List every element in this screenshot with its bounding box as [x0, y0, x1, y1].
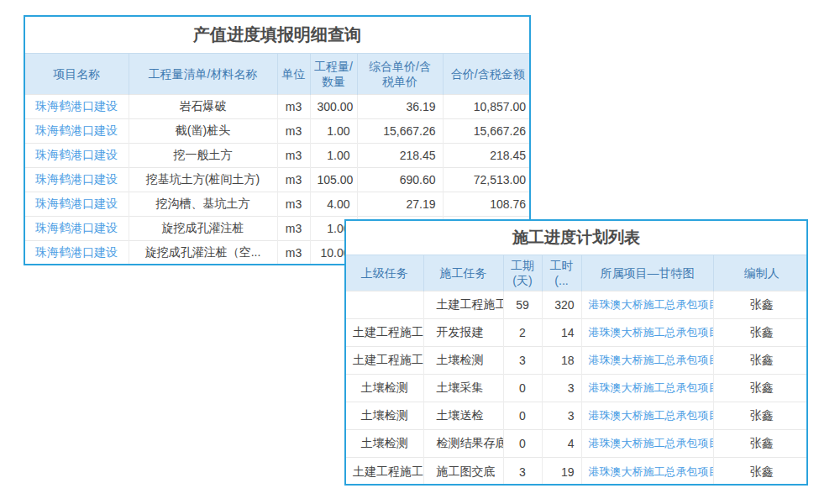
- construction-task-cell: 土壤送检: [423, 402, 503, 430]
- author-cell: 张鑫: [713, 458, 808, 486]
- project-gantt-cell: 港珠澳大桥施工总承包项目: [581, 402, 713, 430]
- unit-cell: m3: [277, 95, 310, 119]
- project-link[interactable]: 珠海鹤港口建设: [35, 148, 118, 161]
- work-hours-cell: 320: [542, 291, 581, 319]
- unit-cell: m3: [277, 241, 310, 265]
- total-amount-cell: 10,857.00: [443, 95, 531, 119]
- unit-cell: m3: [277, 192, 310, 217]
- unit-cell: m3: [277, 119, 310, 144]
- col-header-unit-price: 综合单价/含 税单价: [357, 54, 443, 95]
- project-gantt-link[interactable]: 港珠澳大桥施工总承包项目: [589, 326, 714, 339]
- table-row: 土壤检测 检测结果存底 0 4 港珠澳大桥施工总承包项目 张鑫: [346, 430, 808, 458]
- quantity-cell: 4.00: [310, 192, 357, 217]
- project-name-cell: 珠海鹤港口建设: [25, 95, 129, 119]
- material-name-cell: 挖沟槽、基坑土方: [129, 192, 277, 217]
- author-cell: 张鑫: [713, 375, 808, 402]
- material-name-cell: 挖一般土方: [129, 144, 277, 168]
- total-amount-cell: 72,513.00: [443, 168, 531, 192]
- quantity-cell: 1.00: [310, 119, 357, 144]
- construction-task-cell: 开发报建: [423, 319, 503, 347]
- project-gantt-link[interactable]: 港珠澳大桥施工总承包项目: [589, 437, 714, 449]
- col-header-total-amount: 合价/含税金额: [443, 54, 531, 95]
- output-value-header-row: 项目名称 工程量清单/材料名称 单位 工程量/ 数量 综合单价/含 税单价 合价…: [25, 54, 531, 95]
- table-row: 珠海鹤港口建设 岩石爆破 m3 300.00 36.19 10,857.00: [25, 95, 531, 119]
- project-gantt-cell: 港珠澳大桥施工总承包项目: [581, 319, 713, 347]
- material-name-cell: 挖基坑土方(桩间土方): [129, 168, 277, 192]
- duration-cell: 2: [503, 319, 542, 347]
- construction-task-cell: 土建工程施工: [423, 291, 503, 319]
- work-hours-cell: 14: [542, 319, 581, 347]
- duration-cell: 59: [503, 291, 542, 319]
- project-gantt-cell: 港珠澳大桥施工总承包项目: [581, 430, 713, 458]
- work-hours-cell: 3: [542, 402, 581, 430]
- parent-task-cell: [346, 291, 423, 319]
- author-cell: 张鑫: [713, 430, 808, 458]
- author-cell: 张鑫: [713, 291, 808, 319]
- parent-task-cell: 土壤检测: [346, 430, 423, 458]
- project-link[interactable]: 珠海鹤港口建设: [35, 245, 118, 259]
- table-row: 土建工程施工 施工图交底 3 19 港珠澳大桥施工总承包项目 张鑫: [346, 458, 808, 486]
- material-name-cell: 岩石爆破: [129, 95, 277, 119]
- project-name-cell: 珠海鹤港口建设: [25, 119, 129, 144]
- col-header-author: 编制人: [713, 255, 808, 291]
- quantity-cell: 300.00: [310, 95, 357, 119]
- project-name-cell: 珠海鹤港口建设: [25, 144, 129, 168]
- total-amount-cell: 218.45: [443, 144, 531, 168]
- col-header-duration-days: 工期 (天): [503, 255, 542, 291]
- project-link[interactable]: 珠海鹤港口建设: [35, 197, 118, 210]
- project-link[interactable]: 珠海鹤港口建设: [35, 123, 118, 137]
- construction-schedule-panel-title: 施工进度计划列表: [346, 221, 806, 255]
- project-gantt-cell: 港珠澳大桥施工总承包项目: [581, 291, 713, 319]
- unit-cell: m3: [277, 217, 310, 241]
- author-cell: 张鑫: [713, 402, 808, 430]
- duration-cell: 0: [503, 430, 542, 458]
- col-header-work-hours: 工时 (...: [542, 255, 581, 291]
- table-row: 土建工程施工 土壤检测 3 18 港珠澳大桥施工总承包项目 张鑫: [346, 347, 808, 375]
- unit-price-cell: 690.60: [357, 168, 443, 192]
- table-row: 土建工程施工 开发报建 2 14 港珠澳大桥施工总承包项目 张鑫: [346, 319, 808, 347]
- project-link[interactable]: 珠海鹤港口建设: [35, 172, 118, 186]
- total-amount-cell: 108.76: [443, 192, 531, 217]
- project-gantt-link[interactable]: 港珠澳大桥施工总承包项目: [589, 465, 714, 478]
- unit-price-cell: 15,667.26: [357, 119, 443, 144]
- construction-task-cell: 土壤检测: [423, 347, 503, 375]
- project-link[interactable]: 珠海鹤港口建设: [35, 221, 118, 234]
- parent-task-cell: 土建工程施工: [346, 347, 423, 375]
- duration-cell: 0: [503, 402, 542, 430]
- table-row: 珠海鹤港口建设 截(凿)桩头 m3 1.00 15,667.26 15,667.…: [25, 119, 531, 144]
- work-hours-cell: 18: [542, 347, 581, 375]
- unit-price-cell: 218.45: [357, 144, 443, 168]
- duration-cell: 0: [503, 375, 542, 402]
- table-row: 土建工程施工 59 320 港珠澳大桥施工总承包项目 张鑫: [346, 291, 808, 319]
- material-name-cell: 截(凿)桩头: [129, 119, 277, 144]
- project-gantt-link[interactable]: 港珠澳大桥施工总承包项目: [589, 298, 714, 311]
- table-row: 珠海鹤港口建设 挖一般土方 m3 1.00 218.45 218.45: [25, 144, 531, 168]
- parent-task-cell: 土壤检测: [346, 402, 423, 430]
- project-name-cell: 珠海鹤港口建设: [25, 168, 129, 192]
- construction-task-cell: 检测结果存底: [423, 430, 503, 458]
- project-gantt-link[interactable]: 港珠澳大桥施工总承包项目: [589, 381, 714, 394]
- quantity-cell: 105.00: [310, 168, 357, 192]
- unit-cell: m3: [277, 144, 310, 168]
- construction-task-cell: 土壤采集: [423, 375, 503, 402]
- project-gantt-link[interactable]: 港珠澳大桥施工总承包项目: [589, 409, 714, 422]
- author-cell: 张鑫: [713, 347, 808, 375]
- col-header-construction-task: 施工任务: [423, 255, 503, 291]
- unit-cell: m3: [277, 168, 310, 192]
- project-gantt-cell: 港珠澳大桥施工总承包项目: [581, 375, 713, 402]
- project-gantt-cell: 港珠澳大桥施工总承包项目: [581, 347, 713, 375]
- table-row: 土壤检测 土壤采集 0 3 港珠澳大桥施工总承包项目 张鑫: [346, 375, 808, 402]
- parent-task-cell: 土建工程施工: [346, 458, 423, 486]
- material-name-cell: 旋挖成孔灌注桩（空...: [129, 241, 277, 265]
- parent-task-cell: 土壤检测: [346, 375, 423, 402]
- project-link[interactable]: 珠海鹤港口建设: [35, 99, 118, 113]
- table-row: 珠海鹤港口建设 挖基坑土方(桩间土方) m3 105.00 690.60 72,…: [25, 168, 531, 192]
- col-header-parent-task: 上级任务: [346, 255, 423, 291]
- work-hours-cell: 19: [542, 458, 581, 486]
- table-row: 土壤检测 土壤送检 0 3 港珠澳大桥施工总承包项目 张鑫: [346, 402, 808, 430]
- quantity-cell: 1.00: [310, 144, 357, 168]
- project-gantt-link[interactable]: 港珠澳大桥施工总承包项目: [589, 354, 714, 366]
- work-hours-cell: 4: [542, 430, 581, 458]
- unit-price-cell: 36.19: [357, 95, 443, 119]
- project-name-cell: 珠海鹤港口建设: [25, 192, 129, 217]
